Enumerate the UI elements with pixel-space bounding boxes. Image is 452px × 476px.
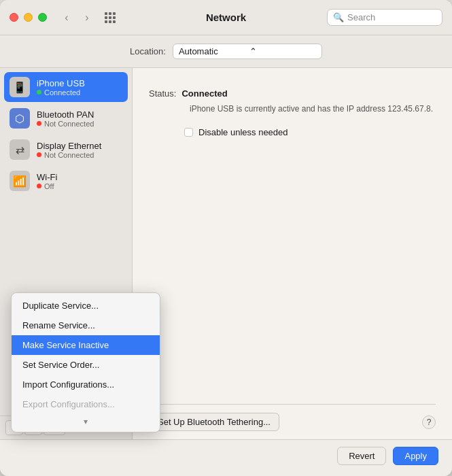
bluetooth-pan-status: Not Connected	[37, 120, 94, 128]
status-label: Status:	[149, 88, 176, 99]
bluetooth-pan-status-text: Not Connected	[44, 120, 94, 128]
revert-button[interactable]: Revert	[337, 447, 386, 465]
display-ethernet-dot	[37, 152, 41, 157]
traffic-lights	[10, 13, 47, 22]
context-menu: Duplicate Service... Rename Service... M…	[11, 292, 160, 432]
menu-item-export: Export Configurations...	[12, 394, 160, 414]
location-bar: Location: Automatic ⌃	[0, 35, 452, 68]
menu-item-duplicate[interactable]: Duplicate Service...	[12, 296, 160, 316]
wifi-icon: 📶	[10, 171, 30, 191]
search-icon: 🔍	[333, 12, 344, 22]
menu-item-set-order[interactable]: Set Service Order...	[12, 355, 160, 375]
iphone-usb-name: iPhone USB	[37, 78, 85, 88]
network-item-iphone-usb[interactable]: 📱 iPhone USB Connected	[4, 72, 128, 102]
grid-icon	[105, 12, 116, 23]
menu-item-import[interactable]: Import Configurations...	[12, 375, 160, 394]
network-item-display-ethernet[interactable]: ⇄ Display Ethernet Not Connected	[4, 135, 128, 165]
footer: Revert Apply	[0, 439, 452, 476]
apps-grid-button[interactable]	[101, 9, 119, 27]
display-ethernet-icon: ⇄	[10, 139, 30, 160]
maximize-button[interactable]	[38, 13, 47, 22]
right-bottom: Set Up Bluetooth Tethering... ?	[149, 404, 436, 439]
minimize-button[interactable]	[24, 13, 33, 22]
menu-more-icon: ▾	[12, 414, 160, 429]
status-description: iPhone USB is currently active and has t…	[190, 104, 436, 114]
close-button[interactable]	[10, 13, 18, 22]
right-spacer	[149, 137, 436, 396]
back-button[interactable]: ‹	[58, 9, 75, 27]
iphone-usb-icon: 📱	[10, 77, 30, 97]
nav-buttons: ‹ ›	[58, 9, 96, 27]
iphone-usb-dot	[37, 90, 41, 95]
display-ethernet-status: Not Connected	[37, 151, 101, 159]
help-button[interactable]: ?	[422, 415, 436, 429]
search-placeholder: Search	[347, 12, 375, 22]
wifi-status-text: Off	[44, 182, 54, 190]
wifi-dot	[37, 184, 41, 188]
status-row: Status: Connected	[149, 88, 436, 99]
disable-label: Disable unless needed	[198, 127, 288, 137]
status-value: Connected	[181, 88, 227, 99]
window-title: Network	[206, 12, 246, 23]
chevron-down-icon: ▾	[84, 417, 88, 426]
display-ethernet-info: Display Ethernet Not Connected	[37, 141, 101, 159]
disable-checkbox[interactable]	[184, 128, 193, 137]
display-ethernet-name: Display Ethernet	[37, 141, 101, 151]
disable-checkbox-row: Disable unless needed	[184, 127, 436, 137]
iphone-usb-info: iPhone USB Connected	[37, 78, 85, 97]
bluetooth-pan-info: Bluetooth PAN Not Connected	[37, 109, 94, 128]
wifi-info: Wi-Fi Off	[37, 172, 57, 190]
bluetooth-pan-name: Bluetooth PAN	[37, 109, 94, 120]
iphone-usb-status-text: Connected	[44, 88, 80, 97]
wifi-name: Wi-Fi	[37, 172, 57, 182]
search-bar[interactable]: 🔍 Search	[327, 9, 442, 26]
display-ethernet-status-text: Not Connected	[44, 151, 94, 159]
wifi-status: Off	[37, 182, 57, 190]
location-label: Location:	[130, 46, 166, 56]
menu-item-rename[interactable]: Rename Service...	[12, 316, 160, 335]
tethering-button[interactable]: Set Up Bluetooth Tethering...	[149, 413, 279, 431]
bluetooth-pan-icon: ⬡	[10, 108, 30, 129]
context-menu-overlay: Duplicate Service... Rename Service... M…	[11, 292, 160, 432]
network-preferences-window: ‹ › Network 🔍 Search Location: Automatic…	[0, 0, 452, 476]
location-value: Automatic	[179, 46, 245, 56]
network-item-wifi[interactable]: 📶 Wi-Fi Off	[4, 166, 128, 196]
menu-item-make-inactive[interactable]: Make Service Inactive	[12, 335, 160, 355]
titlebar: ‹ › Network 🔍 Search	[0, 0, 452, 35]
right-panel: Status: Connected iPhone USB is currentl…	[133, 68, 452, 439]
iphone-usb-status: Connected	[37, 88, 85, 97]
bluetooth-pan-dot	[37, 121, 41, 126]
apply-button[interactable]: Apply	[393, 447, 438, 465]
location-select[interactable]: Automatic ⌃	[173, 44, 322, 59]
location-chevron-icon: ⌃	[249, 46, 316, 56]
forward-button[interactable]: ›	[78, 9, 96, 27]
network-item-bluetooth-pan[interactable]: ⬡ Bluetooth PAN Not Connected	[4, 103, 128, 133]
